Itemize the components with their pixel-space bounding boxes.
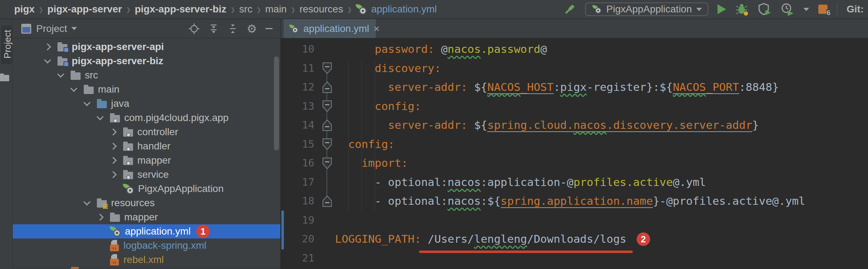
git-widget[interactable]: Git: — [847, 4, 864, 15]
panel-header-icons: ⚙ — [188, 23, 273, 34]
panel-title: Project — [36, 23, 67, 34]
settings-gear-icon[interactable]: ⚙ — [247, 23, 257, 34]
more-run-options-chevron-icon[interactable] — [803, 8, 809, 11]
breadcrumb-item-pigx-app-server[interactable]: pigx-app-server — [48, 4, 122, 15]
tree-item-label: java — [111, 98, 129, 109]
editor-tab-bar: application.yml × — [281, 19, 868, 38]
tree-item-label: application.yml — [125, 226, 191, 237]
tree-item-label: pigx-app-server-biz — [72, 55, 163, 67]
folder-icon — [71, 71, 81, 80]
editor-line-13: 13 config: — [281, 97, 868, 116]
expand-arrow-icon[interactable] — [108, 169, 118, 180]
editor-line-17: 17 - optional:nacos:application-@profile… — [281, 173, 868, 192]
main-toolbar: pigx›pigx-app-server›pigx-app-server-biz… — [0, 0, 868, 19]
update-badge-icon[interactable]: 6 — [818, 5, 828, 14]
fold-marker-up[interactable] — [322, 81, 333, 93]
line-number: 14 — [281, 116, 314, 135]
tool-window-stripe: Project — [0, 19, 13, 269]
expand-all-icon[interactable] — [208, 23, 219, 34]
tab-application-yml[interactable]: application.yml × — [284, 19, 376, 38]
run-configuration-label: PigxAppApplication — [606, 4, 692, 15]
breadcrumb-item-pigx-app-server-biz[interactable]: pigx-app-server-biz — [135, 4, 226, 15]
tree-item-java[interactable]: java — [13, 97, 280, 111]
fold-marker-down[interactable] — [322, 100, 333, 112]
spring-icon — [356, 4, 367, 15]
breadcrumb-item-main[interactable]: main — [265, 4, 287, 15]
tree-scrollbar[interactable] — [274, 56, 279, 150]
tree-item-rebel.xml[interactable]: rebel.xml — [13, 253, 280, 267]
fold-marker-down[interactable] — [322, 62, 333, 74]
debug-bug-icon[interactable] — [735, 2, 749, 16]
resources-icon — [97, 198, 107, 208]
project-view-chevron-icon[interactable] — [71, 27, 77, 30]
tree-item-PigxAppApplication[interactable]: PigxAppApplication — [13, 182, 280, 196]
tree-item-pigx-app-server-api[interactable]: pigx-app-server-api — [13, 40, 280, 54]
expand-arrow-icon[interactable] — [108, 155, 118, 166]
code-text: - optional:nacos:${spring.application.na… — [314, 192, 805, 211]
editor-line-12: 12 server-addr: ${NACOS_HOST:pigx-regist… — [281, 78, 868, 97]
tree-item-logback-spring.xml[interactable]: logback-spring.xml — [13, 238, 280, 253]
package-icon — [123, 156, 133, 165]
build-hammer-icon[interactable] — [560, 0, 578, 18]
breadcrumb-item-src[interactable]: src — [239, 4, 252, 15]
fold-marker-down[interactable] — [322, 138, 333, 150]
expand-arrow-icon[interactable] — [108, 127, 118, 137]
collapse-arrow-icon[interactable] — [81, 198, 92, 208]
breadcrumb-item-application.yml[interactable]: application.yml — [371, 4, 437, 15]
collapse-arrow-icon[interactable] — [42, 56, 53, 66]
line-number: 17 — [281, 173, 314, 192]
tree-item-service[interactable]: service — [13, 168, 280, 182]
project-panel-header: Project ⚙ — [13, 19, 280, 38]
indent-guide — [375, 59, 375, 211]
tree-item-handler[interactable]: handler — [13, 139, 280, 153]
collapse-arrow-icon[interactable] — [55, 70, 66, 81]
editor-lines: 10 password: @nacos.password@11 discover… — [281, 38, 868, 268]
code-editor[interactable]: 10 password: @nacos.password@11 discover… — [281, 38, 868, 269]
package-icon — [123, 170, 133, 179]
fold-marker-down[interactable] — [322, 157, 333, 169]
collapse-arrow-icon[interactable] — [68, 84, 79, 95]
profiler-clock-icon[interactable] — [781, 2, 794, 16]
tree-item-src[interactable]: src — [13, 68, 280, 82]
breadcrumb-item-pigx[interactable]: pigx — [14, 4, 35, 15]
tool-window-button-project[interactable]: Project — [1, 26, 12, 64]
collapse-all-icon[interactable] — [227, 23, 238, 34]
expand-arrow-icon[interactable] — [42, 42, 53, 52]
breadcrumb-item-resources[interactable]: resources — [300, 4, 343, 15]
editor-line-15: 15 config: — [281, 135, 868, 154]
collapse-arrow-icon[interactable] — [81, 98, 92, 109]
line-number: 19 — [281, 211, 314, 230]
tree-item-mapper[interactable]: mapper — [13, 210, 280, 224]
tree-item-main[interactable]: main — [13, 82, 280, 97]
tree-item-application.yml[interactable]: application.yml1 — [13, 224, 280, 238]
locate-file-icon[interactable] — [188, 23, 200, 34]
tree-item-label: handler — [137, 141, 170, 152]
tree-item-pigx-app-server-biz[interactable]: pigx-app-server-biz — [13, 54, 280, 68]
collapse-arrow-icon[interactable] — [94, 112, 105, 123]
tab-label: application.yml — [303, 23, 369, 34]
package-icon — [110, 113, 120, 122]
breadcrumb-separator: › — [348, 1, 351, 18]
tree-item-controller[interactable]: controller — [13, 125, 280, 139]
annotation-mark-2: 2 — [637, 232, 650, 246]
tree-item-com.pig4cloud.pigx.app[interactable]: com.pig4cloud.pigx.app — [13, 111, 280, 125]
tree-item-label: PigxAppApplication — [138, 183, 224, 194]
fold-marker-up[interactable] — [322, 195, 333, 207]
tree-item-label: rebel.xml — [123, 254, 164, 265]
expand-arrow-icon[interactable] — [94, 212, 105, 223]
line-number: 18 — [281, 192, 314, 211]
tree-item-resources[interactable]: resources — [13, 196, 280, 210]
tree-item-label: resources — [111, 197, 155, 209]
coverage-shield-icon[interactable] — [758, 2, 771, 16]
expand-arrow-icon[interactable] — [108, 141, 118, 152]
run-button[interactable] — [718, 4, 726, 14]
breadcrumb-separator: › — [39, 1, 43, 18]
hide-panel-icon[interactable] — [265, 28, 273, 29]
tree-item-mapper[interactable]: mapper — [13, 153, 280, 168]
close-tab-icon[interactable]: × — [373, 23, 380, 34]
module-icon — [57, 56, 67, 66]
badge-count: 6 — [826, 9, 831, 17]
run-configuration-select[interactable]: PigxAppApplication — [585, 2, 708, 16]
tree-item-label: pigx-app-server-api — [72, 41, 164, 53]
fold-marker-up[interactable] — [322, 119, 333, 131]
